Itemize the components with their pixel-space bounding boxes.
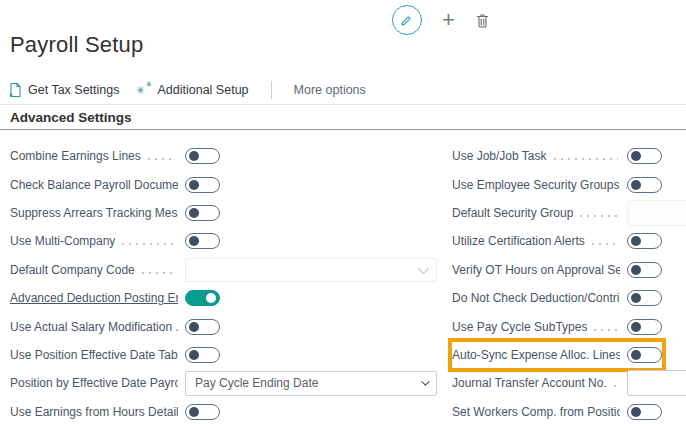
toggle-auto-sync-expense-alloc-lines[interactable] — [627, 347, 662, 363]
field-label-zone: Combine Earnings Lines — [10, 149, 185, 163]
field-row: Position by Effective Date Payrol...Pay … — [10, 369, 437, 397]
edit-pencil-icon[interactable] — [392, 5, 422, 35]
field-row: Combine Earnings Lines — [10, 142, 437, 170]
chevron-down-icon — [421, 378, 429, 386]
field-row: Default Company Code — [10, 256, 437, 284]
field-label: Use Position Effective Date Table — [10, 348, 178, 362]
combobox-default-company-code[interactable] — [185, 258, 437, 282]
field-row: Verify OT Hours on Approval Sel... — [452, 256, 686, 284]
toggle-knob — [189, 350, 199, 360]
field-label-zone: Use Earnings from Hours Detail — [10, 405, 185, 419]
additional-setup-button[interactable]: ✳✳ Additional Setup — [136, 82, 249, 98]
toggle-knob — [631, 407, 641, 417]
more-options-button[interactable]: More options — [294, 83, 366, 97]
payroll-setup-page: + Payroll Setup Get Tax Settings ✳✳ — [0, 0, 686, 424]
field-label: Use Earnings from Hours Detail — [10, 405, 178, 419]
toggle-check-balance-payroll-document[interactable] — [185, 177, 220, 193]
toggle-suppress-arrears-tracking-mess[interactable] — [185, 205, 220, 221]
toggle-use-actual-salary-modification[interactable] — [185, 319, 220, 335]
field-label: Use Pay Cycle SubTypes — [452, 320, 587, 334]
field-row: Auto-Sync Expense Alloc. Lines — [452, 341, 686, 369]
field-label: Default Security Group — [452, 206, 573, 220]
toggle-knob — [206, 293, 216, 303]
toggle-use-pay-cycle-subtypes[interactable] — [627, 319, 662, 335]
field-label-zone: Use Multi-Company — [10, 234, 185, 248]
toggle-knob — [631, 322, 641, 332]
field-label-zone: Verify OT Hours on Approval Sel... — [452, 263, 627, 277]
field-label: Use Actual Salary Modification ... — [10, 320, 178, 334]
field-label: Set Workers Comp. from Positio... — [452, 405, 620, 419]
toolbar-item-label: Additional Setup — [158, 83, 249, 97]
field-label-zone: Use Actual Salary Modification ... — [10, 320, 185, 334]
toggle-do-not-check-deduction-contri[interactable] — [627, 290, 662, 306]
field-row: Suppress Arrears Tracking Mess... — [10, 199, 437, 227]
field-label: Use Multi-Company — [10, 234, 115, 248]
field-label: Auto-Sync Expense Alloc. Lines — [452, 348, 620, 362]
field-label: Advanced Deduction Posting En... — [10, 291, 178, 305]
field-label-zone: Journal Transfer Account No. — [452, 376, 627, 390]
field-row: Use Employee Security Groups — [452, 170, 686, 198]
field-label: Verify OT Hours on Approval Sel... — [452, 263, 620, 277]
top-action-bar: + — [392, 5, 490, 35]
field-row: Use Pay Cycle SubTypes — [452, 312, 686, 340]
field-row: Journal Transfer Account No. — [452, 369, 686, 397]
plus-icon[interactable]: + — [442, 9, 455, 31]
field-label: Utilize Certification Alerts — [452, 234, 585, 248]
toggle-utilize-certification-alerts[interactable] — [627, 233, 662, 249]
chevron-down-icon — [418, 263, 429, 274]
field-label: Check Balance Payroll Document — [10, 178, 178, 192]
toggle-verify-ot-hours-on-approval-sel[interactable] — [627, 262, 662, 278]
dotted-leader — [592, 243, 618, 245]
fields-column-right: Use Job/Job TaskUse Employee Security Gr… — [452, 142, 686, 424]
trash-icon[interactable] — [475, 12, 490, 29]
field-label: Suppress Arrears Tracking Mess... — [10, 206, 178, 220]
dotted-leader — [580, 215, 618, 217]
get-tax-settings-button[interactable]: Get Tax Settings — [8, 82, 120, 98]
field-label-zone: Set Workers Comp. from Positio... — [452, 405, 627, 419]
toggle-knob — [631, 180, 641, 190]
toggle-use-earnings-from-hours-detail[interactable] — [185, 404, 220, 420]
toolbar-separator — [271, 81, 272, 99]
field-label-zone: Do Not Check Deduction/Contri... — [452, 291, 627, 305]
field-label: Combine Earnings Lines — [10, 149, 141, 163]
field-label-zone: Suppress Arrears Tracking Mess... — [10, 206, 185, 220]
toggle-knob — [189, 151, 199, 161]
section-rule — [0, 129, 686, 130]
field-row: Utilize Certification Alerts — [452, 227, 686, 255]
toggle-knob — [631, 151, 641, 161]
field-row: Advanced Deduction Posting En... — [10, 284, 437, 312]
field-row: Check Balance Payroll Document — [10, 170, 437, 198]
field-label-zone: Use Employee Security Groups — [452, 178, 627, 192]
document-arrow-icon — [8, 82, 22, 98]
toolbar-divider — [0, 104, 686, 105]
dotted-leader — [614, 385, 620, 387]
fields-column-left: Combine Earnings LinesCheck Balance Payr… — [10, 142, 437, 424]
toggle-advanced-deduction-posting-en[interactable] — [185, 290, 220, 306]
input-default-security-group[interactable] — [627, 200, 686, 226]
toggle-knob — [631, 265, 641, 275]
input-journal-transfer-account-no[interactable] — [627, 370, 686, 396]
field-label-zone: Utilize Certification Alerts — [452, 234, 627, 248]
toggle-knob — [189, 407, 199, 417]
field-label: Use Job/Job Task — [452, 149, 547, 163]
toggle-set-workers-comp-from-positio[interactable] — [627, 404, 662, 420]
toggle-combine-earnings-lines[interactable] — [185, 148, 220, 164]
section-heading: Advanced Settings — [10, 110, 132, 125]
select-position-by-effective-date-payrol[interactable]: Pay Cycle Ending Date — [185, 371, 437, 396]
field-label-zone: Default Company Code — [10, 263, 185, 277]
toggle-knob — [631, 350, 641, 360]
field-label: Do Not Check Deduction/Contri... — [452, 291, 620, 305]
toggle-use-employee-security-groups[interactable] — [627, 177, 662, 193]
toggle-knob — [189, 180, 199, 190]
toggle-use-job-job-task[interactable] — [627, 148, 662, 164]
field-row: Default Security Group — [452, 199, 686, 227]
toggle-use-multi-company[interactable] — [185, 233, 220, 249]
toggle-knob — [189, 208, 199, 218]
field-row: Use Position Effective Date Table — [10, 341, 437, 369]
field-label-zone: Use Position Effective Date Table — [10, 348, 185, 362]
select-value: Pay Cycle Ending Date — [195, 376, 421, 390]
toggle-use-position-effective-date-table[interactable] — [185, 347, 220, 363]
dotted-leader — [554, 158, 619, 160]
field-label-zone: Position by Effective Date Payrol... — [10, 376, 185, 390]
toolbar-item-label: Get Tax Settings — [28, 83, 120, 97]
